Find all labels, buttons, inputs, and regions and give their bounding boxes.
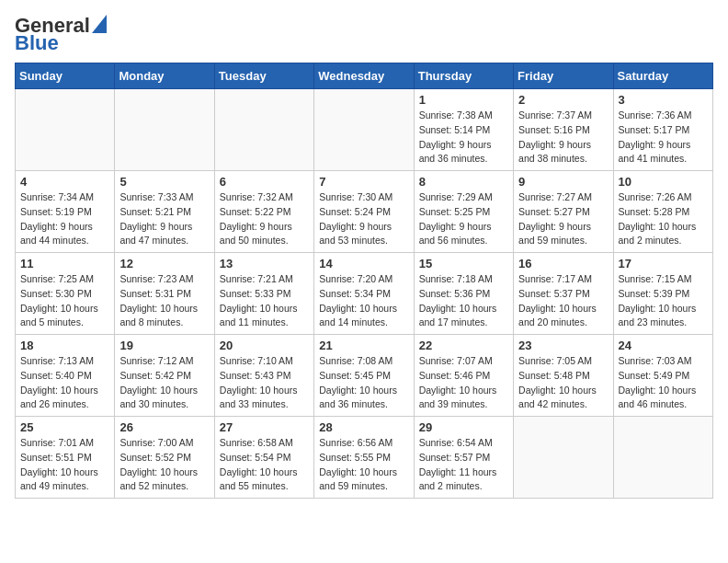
day-info: Sunrise: 7:33 AM Sunset: 5:21 PM Dayligh…: [119, 190, 209, 248]
day-info: Sunrise: 7:03 AM Sunset: 5:49 PM Dayligh…: [619, 354, 708, 412]
day-info: Sunrise: 6:54 AM Sunset: 5:57 PM Dayligh…: [419, 436, 508, 494]
calendar-cell: 29Sunrise: 6:54 AM Sunset: 5:57 PM Dayli…: [414, 417, 513, 499]
calendar-cell: 3Sunrise: 7:36 AM Sunset: 5:17 PM Daylig…: [613, 89, 712, 171]
calendar-cell: 10Sunrise: 7:26 AM Sunset: 5:28 PM Dayli…: [613, 171, 712, 253]
day-info: Sunrise: 7:38 AM Sunset: 5:14 PM Dayligh…: [419, 109, 508, 167]
calendar-cell: [214, 89, 313, 171]
day-info: Sunrise: 7:10 AM Sunset: 5:43 PM Dayligh…: [220, 354, 309, 412]
day-info: Sunrise: 7:08 AM Sunset: 5:45 PM Dayligh…: [319, 354, 408, 412]
calendar-cell: 1Sunrise: 7:38 AM Sunset: 5:14 PM Daylig…: [414, 89, 513, 171]
day-info: Sunrise: 7:12 AM Sunset: 5:42 PM Dayligh…: [119, 354, 209, 412]
day-number: 25: [20, 420, 109, 434]
day-of-week-header: Thursday: [414, 63, 513, 89]
logo-triangle-icon: [92, 15, 107, 37]
calendar-cell: 7Sunrise: 7:30 AM Sunset: 5:24 PM Daylig…: [314, 171, 414, 253]
logo: General Blue: [15, 15, 107, 53]
calendar-table: SundayMondayTuesdayWednesdayThursdayFrid…: [15, 63, 713, 499]
calendar-week-row: 18Sunrise: 7:13 AM Sunset: 5:40 PM Dayli…: [16, 335, 713, 417]
day-number: 4: [20, 175, 109, 189]
calendar-cell: 8Sunrise: 7:29 AM Sunset: 5:25 PM Daylig…: [414, 171, 513, 253]
calendar-cell: [115, 89, 214, 171]
day-info: Sunrise: 7:18 AM Sunset: 5:36 PM Dayligh…: [419, 272, 508, 330]
day-number: 19: [119, 339, 209, 352]
day-info: Sunrise: 7:05 AM Sunset: 5:48 PM Dayligh…: [518, 354, 608, 412]
calendar-cell: [16, 89, 115, 171]
day-of-week-header: Tuesday: [214, 63, 313, 89]
day-number: 7: [319, 175, 408, 189]
day-number: 22: [419, 339, 508, 352]
day-of-week-header: Friday: [514, 63, 613, 89]
calendar-week-row: 25Sunrise: 7:01 AM Sunset: 5:51 PM Dayli…: [16, 417, 713, 499]
calendar-cell: 5Sunrise: 7:33 AM Sunset: 5:21 PM Daylig…: [115, 171, 214, 253]
calendar-cell: 23Sunrise: 7:05 AM Sunset: 5:48 PM Dayli…: [514, 335, 613, 417]
day-info: Sunrise: 6:58 AM Sunset: 5:54 PM Dayligh…: [220, 436, 309, 494]
calendar-week-row: 4Sunrise: 7:34 AM Sunset: 5:19 PM Daylig…: [16, 171, 713, 253]
day-of-week-header: Saturday: [613, 63, 712, 89]
day-number: 6: [220, 175, 309, 189]
day-info: Sunrise: 7:13 AM Sunset: 5:40 PM Dayligh…: [20, 354, 109, 412]
calendar-cell: [514, 417, 613, 499]
day-number: 14: [319, 257, 408, 270]
day-number: 2: [518, 93, 608, 107]
day-info: Sunrise: 7:17 AM Sunset: 5:37 PM Dayligh…: [518, 272, 608, 330]
day-number: 12: [119, 257, 209, 270]
calendar-cell: 11Sunrise: 7:25 AM Sunset: 5:30 PM Dayli…: [16, 253, 115, 335]
day-of-week-header: Sunday: [16, 63, 115, 89]
calendar-cell: [314, 89, 414, 171]
calendar-header-row: SundayMondayTuesdayWednesdayThursdayFrid…: [16, 63, 713, 89]
day-number: 10: [619, 175, 708, 189]
day-of-week-header: Wednesday: [314, 63, 414, 89]
day-number: 29: [419, 420, 508, 434]
calendar-cell: 9Sunrise: 7:27 AM Sunset: 5:27 PM Daylig…: [514, 171, 613, 253]
day-number: 8: [419, 175, 508, 189]
calendar-cell: 16Sunrise: 7:17 AM Sunset: 5:37 PM Dayli…: [514, 253, 613, 335]
day-number: 21: [319, 339, 408, 352]
day-info: Sunrise: 7:20 AM Sunset: 5:34 PM Dayligh…: [319, 272, 408, 330]
day-info: Sunrise: 6:56 AM Sunset: 5:55 PM Dayligh…: [319, 436, 408, 494]
logo-blue-text: Blue: [15, 31, 59, 54]
day-info: Sunrise: 7:15 AM Sunset: 5:39 PM Dayligh…: [619, 272, 708, 330]
calendar-cell: 26Sunrise: 7:00 AM Sunset: 5:52 PM Dayli…: [115, 417, 214, 499]
day-number: 3: [619, 93, 708, 107]
day-number: 15: [419, 257, 508, 270]
calendar-cell: 24Sunrise: 7:03 AM Sunset: 5:49 PM Dayli…: [613, 335, 712, 417]
day-number: 28: [319, 420, 408, 434]
day-info: Sunrise: 7:23 AM Sunset: 5:31 PM Dayligh…: [119, 272, 209, 330]
calendar-cell: 27Sunrise: 6:58 AM Sunset: 5:54 PM Dayli…: [214, 417, 313, 499]
calendar-cell: 20Sunrise: 7:10 AM Sunset: 5:43 PM Dayli…: [214, 335, 313, 417]
page-header: General Blue: [15, 15, 713, 53]
day-of-week-header: Monday: [115, 63, 214, 89]
calendar-cell: 13Sunrise: 7:21 AM Sunset: 5:33 PM Dayli…: [214, 253, 313, 335]
day-info: Sunrise: 7:34 AM Sunset: 5:19 PM Dayligh…: [20, 190, 109, 248]
calendar-cell: 12Sunrise: 7:23 AM Sunset: 5:31 PM Dayli…: [115, 253, 214, 335]
day-info: Sunrise: 7:36 AM Sunset: 5:17 PM Dayligh…: [619, 109, 708, 167]
svg-marker-0: [92, 15, 107, 33]
day-number: 1: [419, 93, 508, 107]
day-info: Sunrise: 7:25 AM Sunset: 5:30 PM Dayligh…: [20, 272, 109, 330]
day-number: 11: [20, 257, 109, 270]
calendar-cell: 6Sunrise: 7:32 AM Sunset: 5:22 PM Daylig…: [214, 171, 313, 253]
day-info: Sunrise: 7:30 AM Sunset: 5:24 PM Dayligh…: [319, 190, 408, 248]
day-number: 13: [220, 257, 309, 270]
day-info: Sunrise: 7:29 AM Sunset: 5:25 PM Dayligh…: [419, 190, 508, 248]
day-number: 16: [518, 257, 608, 270]
calendar-cell: 4Sunrise: 7:34 AM Sunset: 5:19 PM Daylig…: [16, 171, 115, 253]
day-number: 24: [619, 339, 708, 352]
calendar-cell: 18Sunrise: 7:13 AM Sunset: 5:40 PM Dayli…: [16, 335, 115, 417]
calendar-cell: 21Sunrise: 7:08 AM Sunset: 5:45 PM Dayli…: [314, 335, 414, 417]
day-number: 23: [518, 339, 608, 352]
calendar-cell: 28Sunrise: 6:56 AM Sunset: 5:55 PM Dayli…: [314, 417, 414, 499]
day-number: 18: [20, 339, 109, 352]
calendar-cell: 17Sunrise: 7:15 AM Sunset: 5:39 PM Dayli…: [613, 253, 712, 335]
calendar-week-row: 11Sunrise: 7:25 AM Sunset: 5:30 PM Dayli…: [16, 253, 713, 335]
calendar-cell: 19Sunrise: 7:12 AM Sunset: 5:42 PM Dayli…: [115, 335, 214, 417]
calendar-cell: 22Sunrise: 7:07 AM Sunset: 5:46 PM Dayli…: [414, 335, 513, 417]
day-info: Sunrise: 7:00 AM Sunset: 5:52 PM Dayligh…: [119, 436, 209, 494]
day-info: Sunrise: 7:21 AM Sunset: 5:33 PM Dayligh…: [220, 272, 309, 330]
day-number: 27: [220, 420, 309, 434]
calendar-cell: 25Sunrise: 7:01 AM Sunset: 5:51 PM Dayli…: [16, 417, 115, 499]
day-number: 26: [119, 420, 209, 434]
day-info: Sunrise: 7:01 AM Sunset: 5:51 PM Dayligh…: [20, 436, 109, 494]
calendar-cell: 14Sunrise: 7:20 AM Sunset: 5:34 PM Dayli…: [314, 253, 414, 335]
day-number: 5: [119, 175, 209, 189]
